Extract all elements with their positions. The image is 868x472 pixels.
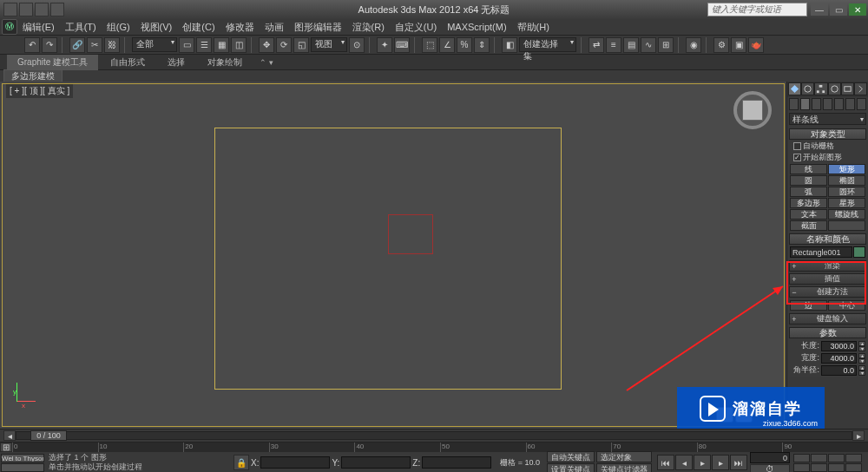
coord-y-input[interactable]: [341, 456, 411, 469]
align-icon[interactable]: ≡: [606, 37, 621, 53]
fov-icon[interactable]: [845, 454, 862, 462]
autogrid-checkbox[interactable]: [793, 142, 801, 150]
pivot-icon[interactable]: ⊙: [349, 37, 365, 53]
creation-center-radio[interactable]: 中心: [828, 300, 865, 311]
startnew-checkbox[interactable]: [793, 154, 801, 161]
select-region-icon[interactable]: ▦: [214, 37, 229, 53]
width-input[interactable]: 4000.0: [821, 353, 857, 364]
mirror-icon[interactable]: ⇄: [589, 37, 604, 53]
create-helpers-icon[interactable]: [834, 98, 844, 110]
render-icon[interactable]: 🫖: [748, 37, 764, 53]
rollout-interpolation[interactable]: +插值: [789, 273, 866, 285]
menu-view[interactable]: 视图(V): [135, 19, 178, 36]
menu-rendering[interactable]: 渲染(R): [347, 19, 390, 36]
obj-line-button[interactable]: 线: [790, 164, 827, 174]
time-config-icon[interactable]: ⏱: [750, 464, 790, 473]
trackbar-toggle-icon[interactable]: ⊞: [0, 442, 12, 452]
autokey-button[interactable]: 自动关键点: [547, 451, 595, 462]
rollout-keyboard-entry[interactable]: +键盘输入: [789, 313, 866, 324]
length-spinner[interactable]: ▴▾: [858, 341, 865, 351]
menu-create[interactable]: 创建(C): [177, 19, 220, 36]
cmd-tab-create[interactable]: [788, 82, 801, 95]
create-spacewarps-icon[interactable]: [845, 98, 855, 110]
length-input[interactable]: 3000.0: [821, 341, 857, 351]
qat-undo-icon[interactable]: [35, 3, 49, 16]
max-logo-icon[interactable]: Ⓜ: [2, 19, 17, 35]
setkey-button[interactable]: 设置关键点: [547, 463, 595, 473]
obj-circle-button[interactable]: 圆: [790, 175, 827, 186]
max-toggle-icon[interactable]: [845, 463, 862, 472]
manipulate-icon[interactable]: ✦: [377, 37, 392, 53]
play-icon[interactable]: ▸: [694, 455, 711, 470]
minimize-button[interactable]: —: [811, 3, 828, 16]
object-name-input[interactable]: Rectangle001: [790, 246, 852, 258]
obj-rectangle-button[interactable]: 矩形: [828, 164, 865, 174]
time-slider-handle[interactable]: 0 / 100: [30, 430, 67, 441]
cmd-tab-hierarchy[interactable]: [814, 82, 827, 95]
ribbon-tab-freeform[interactable]: 自由形式: [100, 55, 155, 70]
rotate-icon[interactable]: ⟳: [276, 37, 292, 53]
next-frame-icon[interactable]: ▸: [712, 455, 729, 470]
window-crossing-icon[interactable]: ◫: [231, 37, 247, 53]
close-button[interactable]: ✕: [849, 3, 866, 16]
object-color-swatch[interactable]: [853, 246, 865, 258]
snap-icon[interactable]: ⬚: [422, 37, 437, 53]
timeslider-right-icon[interactable]: ▸: [852, 430, 865, 441]
zoom-extents-all-icon[interactable]: [811, 463, 827, 472]
corner-radius-input[interactable]: 0.0: [821, 365, 857, 376]
viewport-top[interactable]: [ + ][ 顶 ][ 真实 ] xy: [2, 83, 785, 427]
subcategory-dropdown[interactable]: 样条线: [789, 113, 866, 125]
menu-grapheditors[interactable]: 图形编辑器: [289, 19, 347, 36]
curve-editor-icon[interactable]: ∿: [641, 37, 656, 53]
ribbon-tab-selection[interactable]: 选择: [157, 55, 195, 70]
undo-icon[interactable]: ↶: [24, 37, 40, 53]
obj-ellipse-button[interactable]: 椭圆: [828, 175, 865, 186]
viewcube[interactable]: [733, 91, 772, 129]
coord-x-input[interactable]: [260, 456, 330, 469]
selection-filter-dropdown[interactable]: 全部: [132, 37, 177, 52]
maximize-button[interactable]: ▭: [830, 3, 847, 16]
rendered-frame-icon[interactable]: ▣: [731, 37, 746, 53]
cmd-tab-utilities[interactable]: [854, 82, 867, 95]
prev-frame-icon[interactable]: ◂: [675, 455, 693, 470]
create-systems-icon[interactable]: [857, 98, 866, 110]
creation-edge-radio[interactable]: 边: [790, 300, 827, 311]
link-icon[interactable]: 🔗: [69, 37, 85, 53]
menu-customize[interactable]: 自定义(U): [390, 19, 442, 36]
maxscript-mini-listener[interactable]: Wel to Thyson (: [1, 454, 44, 462]
ribbon-tab-graphite[interactable]: Graphite 建模工具: [7, 55, 98, 70]
coord-z-input[interactable]: [422, 456, 491, 469]
keyboard-icon[interactable]: ⌨: [394, 37, 410, 53]
cmd-tab-modify[interactable]: [801, 82, 814, 95]
scale-icon[interactable]: ◱: [293, 37, 309, 53]
obj-text-button[interactable]: 文本: [790, 209, 827, 220]
timeslider-left-icon[interactable]: ◂: [3, 430, 16, 441]
menu-edit[interactable]: 编辑(E): [17, 19, 60, 36]
layers-icon[interactable]: ▤: [623, 37, 639, 53]
rollout-creation-method[interactable]: −创建方法: [789, 286, 866, 298]
time-slider-track[interactable]: 0 / 100: [16, 431, 852, 440]
menu-help[interactable]: 帮助(H): [512, 19, 555, 36]
trackbar[interactable]: ⊞ 0102030405060708090100: [0, 442, 868, 452]
orbit-icon[interactable]: [828, 463, 845, 472]
menu-group[interactable]: 组(G): [102, 19, 135, 36]
menu-maxscript[interactable]: MAXScript(M): [442, 20, 511, 34]
bind-icon[interactable]: ⛓: [104, 37, 120, 53]
rollout-name-color[interactable]: 名称和颜色: [789, 233, 866, 245]
rollout-rendering[interactable]: +渲染: [789, 260, 866, 272]
obj-star-button[interactable]: 星形: [828, 198, 865, 208]
viewport-label[interactable]: [ + ][ 顶 ][ 真实 ]: [6, 84, 73, 98]
redo-icon[interactable]: ↷: [42, 37, 57, 53]
create-cameras-icon[interactable]: [823, 98, 832, 110]
zoom-all-icon[interactable]: [828, 454, 845, 462]
move-icon[interactable]: ✥: [259, 37, 274, 53]
zoom-extents-icon[interactable]: [793, 463, 810, 472]
obj-ngon-button[interactable]: 多边形: [790, 198, 827, 208]
obj-donut-button[interactable]: 圆环: [828, 187, 865, 197]
percent-snap-icon[interactable]: %: [457, 37, 472, 53]
render-setup-icon[interactable]: ⚙: [713, 37, 729, 53]
app-menu-icon[interactable]: [3, 3, 17, 16]
menu-tools[interactable]: 工具(T): [60, 19, 102, 36]
menu-animation[interactable]: 动画: [260, 19, 289, 36]
spinner-snap-icon[interactable]: ⇕: [474, 37, 490, 53]
